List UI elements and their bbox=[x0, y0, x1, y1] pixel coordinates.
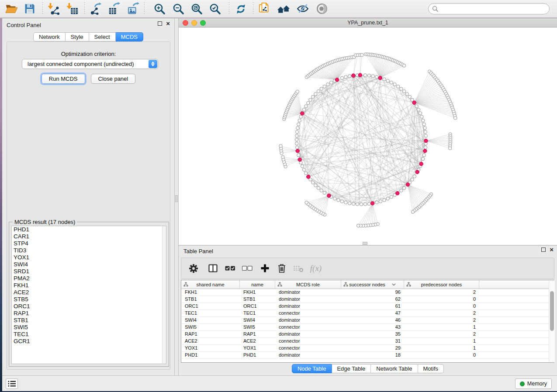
mcds-result-item[interactable]: ACE2 bbox=[12, 289, 166, 296]
network-node[interactable] bbox=[420, 115, 423, 118]
mcds-result-item[interactable]: CAR1 bbox=[12, 233, 166, 240]
close-table-panel-icon[interactable]: × bbox=[550, 248, 554, 252]
table-row[interactable]: STB1STB1dominator620 bbox=[181, 296, 554, 303]
splitter-grip-icon[interactable] bbox=[175, 195, 178, 202]
network-hub-node[interactable] bbox=[406, 183, 410, 187]
float-table-panel-icon[interactable] bbox=[541, 248, 546, 252]
network-hub-node[interactable] bbox=[296, 149, 300, 153]
network-hub-node[interactable] bbox=[378, 76, 382, 80]
mcds-result-item[interactable]: SRD1 bbox=[12, 268, 166, 275]
network-node[interactable] bbox=[411, 178, 414, 181]
network-node[interactable] bbox=[363, 74, 367, 77]
network-canvas[interactable] bbox=[179, 28, 557, 245]
tab-network-table[interactable]: Network Table bbox=[371, 364, 418, 373]
window-maximize-icon[interactable] bbox=[200, 20, 206, 26]
network-node[interactable] bbox=[309, 98, 312, 101]
network-node[interactable] bbox=[320, 87, 323, 90]
delete-column-button[interactable] bbox=[274, 261, 289, 276]
zoom-in-button[interactable] bbox=[152, 1, 167, 16]
network-node[interactable] bbox=[402, 186, 405, 189]
network-node[interactable] bbox=[301, 165, 304, 168]
network-node[interactable] bbox=[304, 172, 308, 175]
table-settings-button[interactable] bbox=[186, 261, 201, 276]
network-leaf-node[interactable] bbox=[279, 144, 282, 148]
network-node[interactable] bbox=[419, 112, 422, 115]
network-node[interactable] bbox=[340, 200, 343, 203]
network-hub-node[interactable] bbox=[352, 74, 356, 78]
table-row[interactable]: FKH1FKH1dominator962 bbox=[181, 289, 554, 296]
network-node[interactable] bbox=[383, 199, 386, 202]
mcds-result-item[interactable]: FKH1 bbox=[12, 282, 166, 289]
network-leaf-node[interactable] bbox=[356, 224, 360, 227]
network-hub-node[interactable] bbox=[298, 158, 302, 162]
mcds-result-item[interactable]: YOX1 bbox=[12, 254, 166, 261]
network-node[interactable] bbox=[296, 127, 299, 130]
tab-network[interactable]: Network bbox=[33, 32, 66, 41]
save-session-button[interactable] bbox=[22, 1, 37, 16]
network-leaf-node[interactable] bbox=[281, 155, 284, 158]
network-node[interactable] bbox=[413, 175, 416, 178]
network-hub-node[interactable] bbox=[335, 78, 339, 82]
mcds-result-item[interactable]: TID3 bbox=[12, 247, 166, 254]
network-node[interactable] bbox=[422, 157, 425, 160]
network-node[interactable] bbox=[333, 197, 336, 200]
memory-button[interactable]: Memory bbox=[515, 378, 552, 389]
optimization-criterion-select[interactable]: largest connected component (undirected) bbox=[22, 59, 158, 69]
clone-network-button[interactable] bbox=[257, 1, 272, 16]
network-node[interactable] bbox=[297, 123, 300, 126]
column-header-predecessor-nodes[interactable]: predecessor nodes bbox=[404, 280, 479, 289]
network-node[interactable] bbox=[367, 74, 370, 77]
network-hub-node[interactable] bbox=[370, 202, 374, 206]
network-node[interactable] bbox=[415, 105, 418, 108]
network-hub-node[interactable] bbox=[307, 175, 311, 179]
network-node[interactable] bbox=[317, 186, 320, 189]
network-node[interactable] bbox=[314, 93, 317, 96]
refresh-view-button[interactable] bbox=[233, 1, 248, 16]
network-node[interactable] bbox=[311, 95, 315, 98]
network-node[interactable] bbox=[405, 93, 408, 96]
search-input[interactable] bbox=[441, 6, 546, 12]
network-hub-node[interactable] bbox=[419, 162, 423, 166]
select-all-button[interactable] bbox=[223, 261, 238, 276]
network-node[interactable] bbox=[330, 81, 333, 84]
window-minimize-icon[interactable] bbox=[191, 20, 197, 26]
network-node[interactable] bbox=[348, 75, 351, 78]
network-node[interactable] bbox=[344, 76, 347, 79]
network-node[interactable] bbox=[323, 191, 326, 194]
zoom-selected-button[interactable] bbox=[208, 1, 222, 16]
export-table-button[interactable] bbox=[107, 1, 122, 16]
network-node[interactable] bbox=[317, 90, 320, 93]
network-node[interactable] bbox=[367, 202, 370, 205]
table-row[interactable]: TEC1TEC1connector472 bbox=[181, 310, 554, 317]
table-row[interactable]: ACE2ACE2connector311 bbox=[181, 338, 554, 345]
column-header-successor-nodes[interactable]: successor nodes bbox=[341, 280, 404, 289]
network-node[interactable] bbox=[400, 189, 403, 192]
table-row[interactable]: YOX1YOX1connector291 bbox=[181, 345, 554, 352]
apply-function-button[interactable]: f(x) bbox=[308, 261, 323, 276]
network-node[interactable] bbox=[337, 199, 340, 202]
close-panel-button[interactable]: Close panel bbox=[91, 74, 136, 84]
deselect-all-button[interactable] bbox=[240, 261, 255, 276]
mcds-list-scrollbar[interactable] bbox=[162, 226, 166, 364]
mcds-result-item[interactable]: ORC1 bbox=[12, 303, 166, 310]
network-node[interactable] bbox=[352, 202, 355, 205]
network-node[interactable] bbox=[295, 142, 298, 145]
network-leaf-node[interactable] bbox=[402, 64, 405, 67]
network-leaf-node[interactable] bbox=[448, 147, 451, 150]
tab-motifs[interactable]: Motifs bbox=[418, 364, 444, 373]
table-row[interactable]: RAP1RAP1dominator352 bbox=[181, 331, 554, 338]
network-node[interactable] bbox=[408, 95, 411, 98]
network-node[interactable] bbox=[375, 201, 378, 204]
network-node[interactable] bbox=[298, 119, 301, 122]
hide-graphics-details-button[interactable] bbox=[295, 1, 310, 16]
network-hub-node[interactable] bbox=[327, 194, 331, 198]
panel-splitter-vertical[interactable] bbox=[175, 18, 179, 375]
tab-mcds[interactable]: MCDS bbox=[116, 32, 143, 41]
network-node[interactable] bbox=[390, 195, 393, 198]
network-leaf-node[interactable] bbox=[305, 201, 308, 204]
network-leaf-node[interactable] bbox=[411, 210, 414, 213]
table-row[interactable]: PHD1PHD1dominator180 bbox=[181, 352, 554, 359]
network-node[interactable] bbox=[402, 90, 405, 93]
network-leaf-node[interactable] bbox=[454, 117, 457, 120]
mcds-result-item[interactable]: RAP1 bbox=[12, 310, 166, 317]
